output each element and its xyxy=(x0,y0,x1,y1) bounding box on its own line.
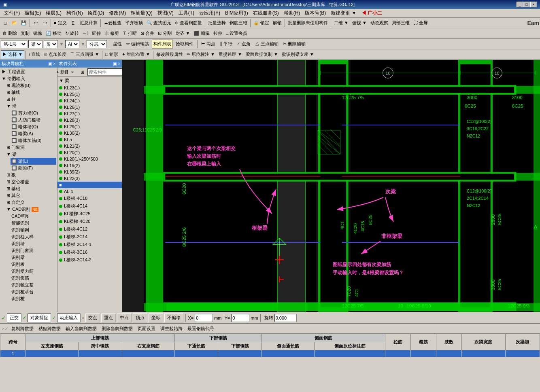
menu-edit[interactable]: 编辑(E) xyxy=(22,9,43,17)
td-sec-add[interactable] xyxy=(505,350,540,357)
sidebar-item-id-force-rebar[interactable]: 识别受力筋 xyxy=(11,268,56,275)
comp-item-kl23[interactable]: KL23(1) xyxy=(57,85,122,91)
tb-angle-point[interactable]: ∠ 点角 xyxy=(235,40,252,49)
sidebar-item-id-isolated[interactable]: 识别独立基 xyxy=(11,282,56,288)
menu-cloud[interactable]: 云应用(Y) xyxy=(197,9,223,17)
tb-edit-elem[interactable]: ⬛ 编辑 xyxy=(192,29,211,38)
tb-mirror[interactable]: 镜像 xyxy=(32,29,44,38)
category-select[interactable]: 梁 xyxy=(28,40,43,48)
sidebar-item-slab[interactable]: ⊞ 板 xyxy=(6,172,56,178)
tb-modify-seg[interactable]: 修改段段属性 xyxy=(155,50,185,59)
status-dynamic[interactable]: 动态输入 xyxy=(57,314,81,322)
tb-re-span[interactable]: 重提跨距 ▼ xyxy=(217,50,244,59)
menu-view[interactable]: 视图(V) xyxy=(155,9,176,17)
tb-rotate[interactable]: ↻ 旋转 xyxy=(64,29,81,38)
tb-three-point-aux[interactable]: △ 三点辅轴 xyxy=(253,40,280,49)
comp-item-beam-folder[interactable]: ▼ 梁 xyxy=(57,77,122,85)
tb-rebar-3d[interactable]: 钢筋三维 xyxy=(228,19,249,28)
status-center[interactable]: 中点 xyxy=(117,314,132,322)
tb-lock[interactable]: 🔒 锁定 xyxy=(252,19,271,28)
tb-copy-span[interactable]: 梁跨数据复制 ▼ xyxy=(244,50,280,59)
comp-item-kl25[interactable]: KL25(1) xyxy=(57,91,122,97)
sidebar-item-id-axis[interactable]: 识别轴网 xyxy=(11,227,56,233)
x-input[interactable] xyxy=(195,314,213,322)
comp-item-stair-4c18[interactable]: L楼梯-4C18 xyxy=(57,195,122,202)
tb-stretch[interactable]: 拉伸 xyxy=(212,29,224,38)
menu-user[interactable]: ◀ 广小二 xyxy=(359,9,385,17)
level-select[interactable]: 分层1 xyxy=(87,40,107,48)
tb-merge[interactable]: ⊠ 合并 xyxy=(139,29,156,38)
status-midpoint[interactable]: 重点 xyxy=(101,314,116,322)
td-span-num[interactable]: 1 xyxy=(0,350,26,357)
menu-rebar[interactable]: 钢筋量(Q) xyxy=(128,9,155,17)
maximize-button[interactable]: □ xyxy=(523,2,530,7)
td-side-site[interactable] xyxy=(315,350,385,357)
tb-new[interactable]: □ xyxy=(1,19,10,28)
sidebar-item-smart-id[interactable]: 智能识别 xyxy=(11,220,56,227)
btn-del-col[interactable]: 删除当前列数据 xyxy=(100,324,134,333)
tb-local-3d[interactable]: 局部三维 xyxy=(390,19,411,28)
sidebar-tree[interactable]: ▶ 工程设置 ▼ 绘图输入 ⊞ 现浇板(B) ⊞ 轴线 ⊞ 柱 ▼ 墙 xyxy=(0,68,57,312)
sidebar-item-draw-input[interactable]: ▼ 绘图输入 xyxy=(1,75,56,82)
status-snap[interactable]: 对象捕捉 xyxy=(28,314,51,322)
sidebar-item-id-wall[interactable]: 识别墙 xyxy=(11,240,56,247)
menu-new-change[interactable]: 新建变更 ▼ xyxy=(328,9,359,17)
tb-edit-rebar[interactable]: ✏ 编辑钢筋 xyxy=(125,40,151,49)
menu-element[interactable]: 构件(N) xyxy=(64,9,85,17)
comp-items-list[interactable]: ▼ 梁 KL23(1) KL25(1) KL24(1) KL26(1) KL27… xyxy=(57,77,122,312)
tb-copy[interactable]: 复制 xyxy=(19,29,31,38)
tb-sigma[interactable]: Σ xyxy=(69,19,78,28)
comp-item-kl26[interactable]: KL26(1) xyxy=(57,104,122,110)
tb-site-mark[interactable]: ✏ 原位标注 ▼ xyxy=(185,50,217,59)
tb-redo[interactable]: ↪ xyxy=(40,19,49,28)
sidebar-item-hidden-wall[interactable]: 🔲 暗体墙(Q) xyxy=(11,123,56,130)
sidebar-item-hollow-floor[interactable]: ⊞ 空心楼盖 xyxy=(6,178,56,185)
tb-save[interactable]: 💾 xyxy=(19,19,28,28)
tb-2d[interactable]: 二维 ▼ xyxy=(332,19,350,28)
comp-item-kl39[interactable]: KL39(2) xyxy=(57,169,122,175)
sidebar-item-ring-beam[interactable]: 🔲 圈梁(F) xyxy=(11,165,56,172)
comp-item-kl22[interactable]: KL22(3) xyxy=(57,175,122,182)
td-stirrup[interactable] xyxy=(410,350,436,357)
btn-copy-span[interactable]: 复制跨数据 xyxy=(10,324,35,333)
table-row[interactable]: 1 xyxy=(0,350,540,357)
type-select[interactable]: AL xyxy=(65,40,79,48)
comp-close-button[interactable]: × xyxy=(68,68,77,76)
comp-item-kl30[interactable]: KL30(2) xyxy=(57,130,122,136)
menu-floor[interactable]: 楼层(L) xyxy=(43,9,64,17)
sidebar-item-column[interactable]: ⊞ 柱 xyxy=(6,96,56,103)
comp-item-kl27[interactable]: KL27(1) xyxy=(57,110,122,117)
tb-del-aux[interactable]: ✂ 删除辅轴 xyxy=(281,40,307,49)
drawing-canvas[interactable]: 10 10 C25;11C25 2/9 12C25 7/5 3000 3100 … xyxy=(122,60,540,312)
status-ortho[interactable]: 正交 xyxy=(7,314,21,322)
sidebar-item-cad[interactable]: ▼ CAD识别 NE xyxy=(6,206,56,213)
tb-unlock[interactable]: 解锁 xyxy=(271,19,283,28)
tb-define[interactable]: ■ 定义 xyxy=(52,19,68,28)
td-legs[interactable] xyxy=(436,350,461,357)
status-intersection[interactable]: 交点 xyxy=(85,314,100,322)
sidebar-item-other[interactable]: ⊞ 其它 xyxy=(6,192,56,199)
tb-split[interactable]: ⊡ 分割 xyxy=(156,29,173,38)
tb-dynamic-view[interactable]: 动态观察 xyxy=(369,19,390,28)
btn-paste-span[interactable]: 粘贴跨数据 xyxy=(37,324,62,333)
menu-modify[interactable]: 修改(M) xyxy=(106,9,128,17)
btn-input-col[interactable]: 输入当前列数据 xyxy=(64,324,98,333)
sidebar-item-id-pile[interactable]: 识别桩 xyxy=(11,295,56,302)
status-coord[interactable]: 坐标 xyxy=(149,314,163,322)
tb-cloud-check[interactable]: ☁云检查 xyxy=(102,19,123,28)
tb-line[interactable]: \ 直线 xyxy=(27,50,42,59)
comp-item-kl20[interactable]: KL20(1) xyxy=(57,149,122,156)
sidebar-item-axis[interactable]: ⊞ 轴线 xyxy=(6,89,56,96)
comp-item-kl21[interactable]: KL21(2) xyxy=(57,143,122,149)
sidebar-item-id-col-detail[interactable]: 识别柱大样 xyxy=(11,233,56,240)
tb-batch-select[interactable]: 批量选择 xyxy=(206,19,227,28)
sidebar-item-id-slab[interactable]: 识别板 xyxy=(11,261,56,268)
comp-item-selected[interactable]: ■ xyxy=(57,182,122,188)
td-tie[interactable] xyxy=(385,350,410,357)
menu-tools[interactable]: 工具(T) xyxy=(176,9,197,17)
tb-trim[interactable]: 非 修剪 xyxy=(103,29,121,38)
status-vertex[interactable]: 顶点 xyxy=(133,314,147,322)
tb-comp-list[interactable]: 构件列表 xyxy=(152,40,173,49)
tb-pick-elem[interactable]: 拾取构件 xyxy=(174,40,195,49)
sidebar-item-cast-slab[interactable]: ⊞ 现浇板(B) xyxy=(6,82,56,89)
